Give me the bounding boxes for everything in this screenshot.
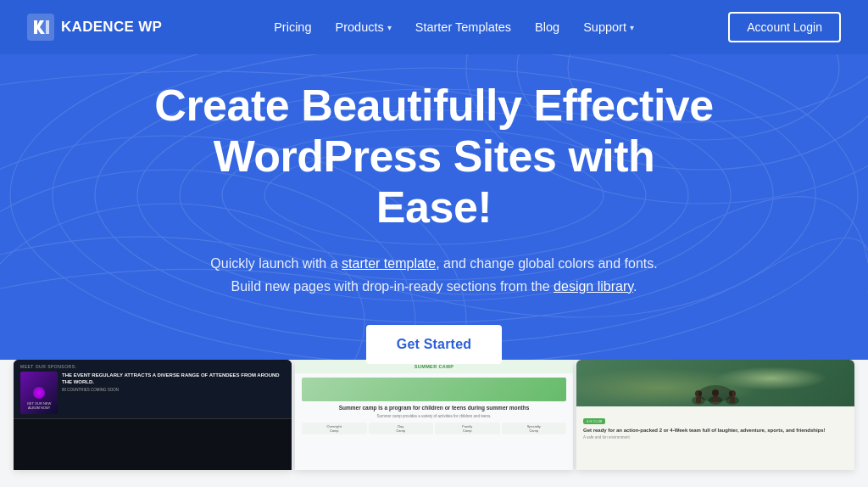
chevron-down-icon-support: ▾ [630, 23, 634, 32]
people-silhouettes [682, 383, 749, 405]
card1-title: THE EVENT REGULARLY ATTRACTS A DIVERSE R… [62, 372, 285, 385]
main-nav: Pricing Products ▾ Starter Templates Blo… [264, 15, 644, 39]
svg-rect-19 [713, 396, 718, 403]
preview-card-music: MEET OUR SPONSORS: GET OUR NEW ALBUM NOW… [14, 360, 292, 470]
card2-main-text: Summer camp is a program for children or… [302, 405, 566, 412]
camp-type-2: DayCamp [369, 423, 434, 434]
svg-point-15 [695, 390, 702, 397]
header: KADENCE WP Pricing Products ▾ Starter Te… [0, 0, 868, 54]
svg-rect-0 [27, 14, 54, 41]
brand-name: KADENCE WP [61, 19, 162, 36]
card3-badge: 4-H CLUB [583, 418, 605, 424]
chevron-down-icon: ▾ [387, 23, 392, 32]
nav-item-support[interactable]: Support ▾ [573, 15, 644, 39]
hero-content: Create Beautifully Effective WordPress S… [137, 81, 731, 364]
logo-icon [27, 14, 54, 41]
card1-subtitle: 80 COUNTRIES COMING SOON [62, 388, 285, 392]
subtitle-text-3: Build new pages with drop-in-ready secti… [231, 279, 554, 294]
svg-point-17 [709, 396, 722, 405]
svg-point-18 [712, 389, 719, 396]
logo-link[interactable]: KADENCE WP [27, 14, 162, 41]
card1-badge: GET OUR NEW ALBUM NOW! [24, 402, 54, 411]
get-started-button[interactable]: Get Started [366, 325, 502, 364]
subtitle-text-2: , and change global colors and fonts. [436, 256, 658, 271]
card3-image [576, 360, 854, 406]
nav-item-blog[interactable]: Blog [525, 15, 570, 39]
starter-template-link[interactable]: starter template [342, 256, 436, 271]
preview-card-summer-camp: Summer Camp Summer camp is a program for… [295, 360, 573, 470]
preview-section: MEET OUR SPONSORS: GET OUR NEW ALBUM NOW… [0, 360, 868, 487]
hero-section: Create Beautifully Effective WordPress S… [0, 0, 868, 390]
card3-sub: A safe and fun environment [583, 435, 848, 439]
account-login-button[interactable]: Account Login [728, 12, 841, 42]
card3-title: Get ready for an action-packed 2 or 4-We… [583, 427, 848, 434]
svg-rect-16 [696, 397, 701, 403]
card1-sponsors-label: MEET OUR SPONSORS: [20, 364, 285, 369]
card3-body: 4-H CLUB Get ready for an action-packed … [576, 406, 854, 444]
subtitle-text-1: Quickly launch with a [210, 256, 342, 271]
svg-rect-22 [730, 397, 735, 403]
design-library-link[interactable]: design library [554, 279, 633, 294]
hero-title: Create Beautifully Effective WordPress S… [154, 81, 714, 232]
card2-sub-text: Summer camp provides a variety of activi… [302, 414, 566, 420]
nav-item-pricing[interactable]: Pricing [264, 15, 321, 39]
hero-subtitle: Quickly launch with a starter template, … [154, 253, 714, 298]
camp-type-3: FamilyCamp [435, 423, 500, 434]
subtitle-text-4: . [633, 279, 637, 294]
camp-type-1: OvernightCamp [302, 423, 367, 434]
nav-item-starter-templates[interactable]: Starter Templates [405, 15, 521, 39]
svg-point-21 [729, 390, 736, 397]
preview-card-adventure: 4-H CLUB Get ready for an action-packed … [576, 360, 854, 470]
nav-item-products[interactable]: Products ▾ [326, 15, 402, 39]
camp-type-4: SpecialtyCamp [502, 423, 567, 434]
